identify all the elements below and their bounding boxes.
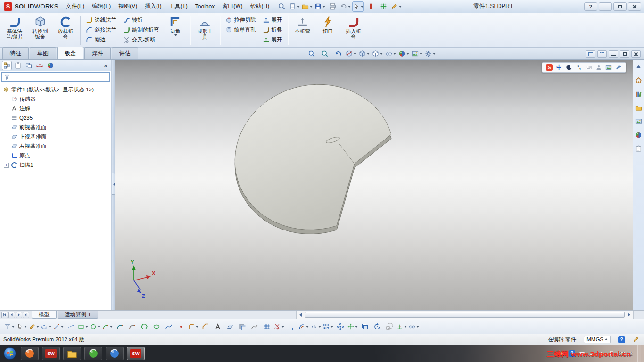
scroll-up-icon[interactable] xyxy=(634,62,643,71)
sketch-fillet-icon[interactable] xyxy=(188,321,199,332)
edit-appearance-icon[interactable] xyxy=(398,49,410,58)
ellipse-icon[interactable] xyxy=(151,321,162,332)
corner-rectangle-dropdown[interactable] xyxy=(85,326,88,328)
language-indicator[interactable]: CH xyxy=(557,351,564,356)
hide-show-items-icon[interactable] xyxy=(385,49,396,58)
apply-scene-dropdown[interactable] xyxy=(420,53,422,55)
menu-toolbox[interactable]: Toolbox xyxy=(191,1,218,12)
doc-close-button[interactable] xyxy=(631,50,641,58)
scroll-left-button[interactable] xyxy=(297,311,304,318)
circle-icon[interactable] xyxy=(90,321,101,332)
open-document-icon[interactable] xyxy=(301,1,313,12)
simple-hole-button[interactable]: 简单直孔 xyxy=(222,25,259,35)
face-curves-icon[interactable] xyxy=(261,321,272,332)
edge-flange-button[interactable]: 边线法兰 xyxy=(83,15,120,25)
close-button[interactable] xyxy=(628,2,641,11)
3-point-arc-icon[interactable] xyxy=(126,321,138,332)
tree-item-annotations[interactable]: 注解 xyxy=(1,104,110,113)
toolbox-skin-icon[interactable] xyxy=(604,64,613,71)
units-selector[interactable]: MMGS xyxy=(584,336,611,343)
undo-dropdown[interactable] xyxy=(348,6,351,8)
save-icon[interactable] xyxy=(314,1,326,12)
linear-sketch-pattern-icon[interactable] xyxy=(322,321,334,332)
extend-entities-icon[interactable] xyxy=(286,321,297,332)
menu-window[interactable]: 窗口(W) xyxy=(218,0,246,12)
doc-restore-button[interactable] xyxy=(620,50,629,58)
display-style-icon[interactable] xyxy=(372,49,383,58)
no-bends-button[interactable]: 不折弯 xyxy=(290,14,315,46)
polygon-icon[interactable] xyxy=(139,321,150,332)
settings-wrench-icon[interactable] xyxy=(614,64,623,71)
menu-help[interactable]: 帮助(H) xyxy=(247,0,273,12)
configurationmanager-icon[interactable] xyxy=(24,61,33,70)
centerpoint-arc-icon[interactable] xyxy=(102,321,113,332)
selection-filter-icon[interactable] xyxy=(4,321,15,332)
smart-dimension-icon[interactable] xyxy=(41,321,52,332)
new-document-icon[interactable] xyxy=(289,1,300,12)
tree-item-front-plane[interactable]: 前视基准面 xyxy=(1,123,110,132)
rotate-entities-icon[interactable] xyxy=(372,321,383,332)
tab-sheet-metal[interactable]: 钣金 xyxy=(57,47,83,59)
mirror-entities-dropdown[interactable] xyxy=(318,326,321,328)
panel-expand-button[interactable]: » xyxy=(102,62,109,69)
tangent-arc-icon[interactable] xyxy=(114,321,125,332)
open-document-dropdown[interactable] xyxy=(310,6,313,8)
start-button[interactable] xyxy=(3,346,17,361)
tree-item-top-plane[interactable]: 上视基准面 xyxy=(1,132,110,141)
tree-item-sweep1[interactable]: +扫描1 xyxy=(1,160,110,170)
show-desktop-button[interactable] xyxy=(637,345,641,362)
propertymanager-icon[interactable] xyxy=(13,61,23,70)
zoom-to-area-icon[interactable] xyxy=(319,49,330,58)
sogou-input-icon[interactable]: S xyxy=(545,64,553,71)
menu-tools[interactable]: 工具(T) xyxy=(165,0,191,12)
feature-filter-input[interactable] xyxy=(12,73,107,81)
displaymanager-icon[interactable] xyxy=(45,61,55,70)
tray-network-icon[interactable] xyxy=(588,350,595,357)
menu-view[interactable]: 视图(V) xyxy=(115,0,141,12)
scale-entities-icon[interactable] xyxy=(384,321,395,332)
mirror-entities-icon[interactable] xyxy=(310,321,322,332)
moon-indicator-icon[interactable] xyxy=(565,64,573,71)
cross-break-button[interactable]: 交叉-折断 xyxy=(120,35,163,45)
flatten-button[interactable]: 展开 xyxy=(259,35,286,45)
edit-appearance-dropdown[interactable] xyxy=(406,53,409,55)
lofted-bend-button[interactable]: 放样折 弯 xyxy=(53,14,78,46)
sogou-browser-icon[interactable] xyxy=(106,347,124,360)
tab-motion-study[interactable]: 运动算例 1 xyxy=(58,311,98,319)
unfold-button[interactable]: 展开 xyxy=(259,15,286,25)
tree-item-sensors[interactable]: 传感器 xyxy=(1,94,110,104)
corners-dropdown[interactable] xyxy=(174,34,177,36)
add-relation-icon[interactable] xyxy=(396,321,407,332)
menu-file[interactable]: 文件(F) xyxy=(62,0,88,12)
browser-360-icon[interactable] xyxy=(21,347,39,360)
soft-keyboard-icon[interactable] xyxy=(585,64,593,71)
centerpoint-arc-dropdown[interactable] xyxy=(110,326,113,328)
graphics-area[interactable]: Y X Z S中°, xyxy=(115,60,633,310)
miter-flange-button[interactable]: 斜接法兰 xyxy=(83,25,120,35)
insert-bends-button[interactable]: 插入折 弯 xyxy=(341,14,366,46)
solidworks-resources-icon[interactable] xyxy=(634,76,643,84)
select-icon[interactable] xyxy=(16,321,27,332)
trim-entities-dropdown[interactable] xyxy=(281,326,284,328)
undo-icon[interactable] xyxy=(339,1,351,12)
tree-item-right-plane[interactable]: 右视基准面 xyxy=(1,141,110,151)
options-icon[interactable] xyxy=(390,1,402,12)
tab-scroll-end-icon[interactable] xyxy=(23,312,29,318)
tray-help-icon[interactable]: ? xyxy=(568,350,576,357)
zoom-to-fit-icon[interactable] xyxy=(305,49,317,58)
tray-volume-icon[interactable] xyxy=(598,350,605,357)
apply-scene-icon[interactable] xyxy=(411,49,423,58)
line-dropdown[interactable] xyxy=(61,326,64,328)
tree-expander[interactable]: + xyxy=(4,163,9,168)
fold-button[interactable]: 折叠 xyxy=(259,25,286,35)
chinese-mode-icon[interactable]: 中 xyxy=(555,64,563,71)
forming-tool-button[interactable]: 成形工 具 xyxy=(192,14,218,46)
scrollbar-thumb[interactable] xyxy=(305,312,625,318)
view-orientation-icon[interactable] xyxy=(358,49,370,58)
previous-view-icon[interactable] xyxy=(332,49,344,58)
sketch-chamfer-icon[interactable] xyxy=(200,321,211,332)
linear-sketch-pattern-dropdown[interactable] xyxy=(330,326,333,328)
view-orientation-dropdown[interactable] xyxy=(367,53,370,55)
line-icon[interactable] xyxy=(53,321,64,332)
display-relations-dropdown[interactable] xyxy=(416,326,419,328)
